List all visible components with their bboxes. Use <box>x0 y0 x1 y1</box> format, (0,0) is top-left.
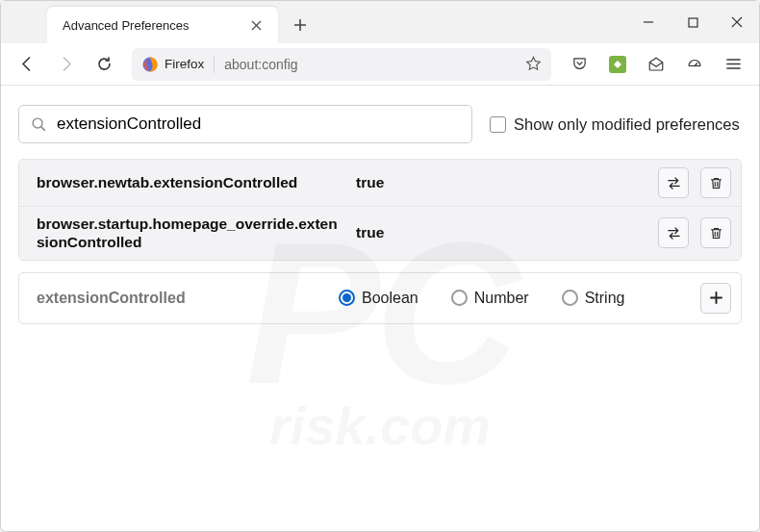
show-modified-label: Show only modified preferences <box>514 115 740 134</box>
maximize-button[interactable] <box>671 1 715 43</box>
search-icon <box>31 116 47 133</box>
type-radio-string[interactable]: String <box>562 290 625 307</box>
window-controls <box>626 1 759 43</box>
bookmark-star-icon[interactable] <box>525 56 542 72</box>
url-text: about:config <box>224 57 516 72</box>
toggle-button[interactable] <box>658 167 689 198</box>
new-tab-button[interactable] <box>286 11 315 39</box>
trash-icon <box>709 225 723 241</box>
identity-label: Firefox <box>165 57 204 71</box>
radio-icon <box>451 290 468 306</box>
firefox-logo-icon <box>141 56 159 73</box>
swap-icon <box>666 225 682 241</box>
about-config-page: PC risk.com Show only modified preferenc… <box>1 86 759 531</box>
add-pref-button[interactable] <box>700 283 731 314</box>
new-pref-row: extensionControlled Boolean Number Strin… <box>18 272 742 324</box>
svg-marker-2 <box>614 61 621 68</box>
pref-value: true <box>356 174 646 191</box>
reload-button[interactable] <box>88 48 120 81</box>
pref-search-box[interactable] <box>18 105 472 143</box>
svg-rect-0 <box>689 18 697 27</box>
minimize-button[interactable] <box>626 1 671 43</box>
type-radio-boolean[interactable]: Boolean <box>339 290 418 307</box>
plus-icon <box>709 291 723 305</box>
svg-point-3 <box>33 118 42 128</box>
pocket-icon[interactable] <box>563 48 595 81</box>
delete-button[interactable] <box>700 167 731 198</box>
dashboard-icon[interactable] <box>678 48 711 81</box>
delete-button[interactable] <box>700 217 731 248</box>
close-button[interactable] <box>715 1 759 43</box>
pref-value: true <box>356 224 646 241</box>
search-row: Show only modified preferences <box>18 105 742 143</box>
back-button[interactable] <box>11 48 43 81</box>
pref-row: browser.newtab.extensionControlled true <box>19 160 741 207</box>
watermark: PC risk.com <box>245 232 515 456</box>
type-radio-group: Boolean Number String <box>339 290 687 307</box>
pref-name: browser.startup.homepage_override.extens… <box>37 215 344 252</box>
type-radio-number[interactable]: Number <box>451 290 529 307</box>
menu-button[interactable] <box>717 48 749 81</box>
identity-box[interactable]: Firefox <box>141 56 215 73</box>
forward-button[interactable] <box>49 48 82 81</box>
browser-tab[interactable]: Advanced Preferences <box>47 7 278 43</box>
radio-icon <box>562 290 578 306</box>
browser-window: Advanced Preferences <box>0 0 760 532</box>
trash-icon <box>709 175 723 191</box>
mail-icon[interactable] <box>640 48 672 81</box>
pref-table: browser.newtab.extensionControlled true … <box>18 159 742 261</box>
tab-title: Advanced Preferences <box>63 18 247 33</box>
address-bar[interactable]: Firefox about:config <box>132 48 551 81</box>
pref-name: browser.newtab.extensionControlled <box>37 173 344 191</box>
pref-row: browser.startup.homepage_override.extens… <box>19 207 741 260</box>
radio-icon <box>339 290 355 306</box>
checkbox-icon <box>490 116 506 133</box>
show-modified-toggle[interactable]: Show only modified preferences <box>490 115 740 134</box>
pref-search-input[interactable] <box>57 114 460 134</box>
tab-close-icon[interactable] <box>247 16 265 34</box>
navigation-toolbar: Firefox about:config <box>1 43 759 86</box>
swap-icon <box>666 175 682 191</box>
new-pref-name: extensionControlled <box>37 290 325 307</box>
extension-icon[interactable] <box>601 48 634 81</box>
toggle-button[interactable] <box>658 217 689 248</box>
titlebar: Advanced Preferences <box>1 1 759 43</box>
